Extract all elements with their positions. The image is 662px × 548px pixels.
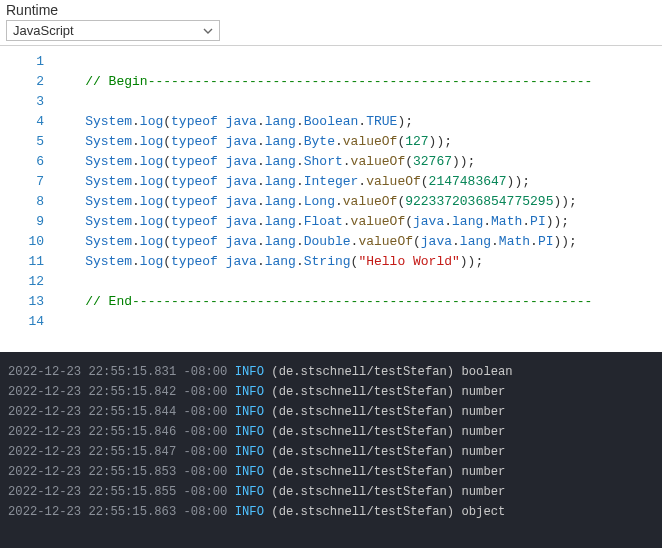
line-number: 7 bbox=[0, 172, 44, 192]
line-number: 12 bbox=[0, 272, 44, 292]
console-level: INFO bbox=[235, 505, 264, 519]
code-line[interactable] bbox=[54, 312, 662, 332]
console-source: (de.stschnell/testStefan) bbox=[264, 405, 461, 419]
line-number: 4 bbox=[0, 112, 44, 132]
console-source: (de.stschnell/testStefan) bbox=[264, 465, 461, 479]
console-message: number bbox=[461, 405, 505, 419]
console-level: INFO bbox=[235, 425, 264, 439]
code-line[interactable]: System.log(typeof java.lang.Float.valueO… bbox=[54, 212, 662, 232]
line-number: 2 bbox=[0, 72, 44, 92]
line-number: 8 bbox=[0, 192, 44, 212]
console-message: number bbox=[461, 385, 505, 399]
runtime-label: Runtime bbox=[6, 2, 656, 18]
code-line[interactable] bbox=[54, 272, 662, 292]
code-line[interactable]: System.log(typeof java.lang.Integer.valu… bbox=[54, 172, 662, 192]
console-line: 2022-12-23 22:55:15.844 -08:00 INFO (de.… bbox=[8, 402, 654, 422]
console-line: 2022-12-23 22:55:15.842 -08:00 INFO (de.… bbox=[8, 382, 654, 402]
console-level: INFO bbox=[235, 405, 264, 419]
code-line[interactable]: System.log(typeof java.lang.Double.value… bbox=[54, 232, 662, 252]
line-number: 3 bbox=[0, 92, 44, 112]
code-line[interactable]: // End----------------------------------… bbox=[54, 292, 662, 312]
console-line: 2022-12-23 22:55:15.855 -08:00 INFO (de.… bbox=[8, 482, 654, 502]
runtime-header: Runtime JavaScript bbox=[0, 0, 662, 46]
console-source: (de.stschnell/testStefan) bbox=[264, 365, 461, 379]
line-number: 14 bbox=[0, 312, 44, 332]
console-level: INFO bbox=[235, 485, 264, 499]
line-number: 10 bbox=[0, 232, 44, 252]
code-editor[interactable]: 1234567891011121314 // Begin------------… bbox=[0, 46, 662, 332]
console-timestamp: 2022-12-23 22:55:15.847 -08:00 bbox=[8, 445, 235, 459]
line-number: 5 bbox=[0, 132, 44, 152]
console-timestamp: 2022-12-23 22:55:15.842 -08:00 bbox=[8, 385, 235, 399]
runtime-dropdown[interactable]: JavaScript bbox=[6, 20, 220, 41]
console-message: number bbox=[461, 425, 505, 439]
console-source: (de.stschnell/testStefan) bbox=[264, 425, 461, 439]
console-source: (de.stschnell/testStefan) bbox=[264, 445, 461, 459]
code-area[interactable]: // Begin--------------------------------… bbox=[54, 52, 662, 332]
console-level: INFO bbox=[235, 465, 264, 479]
console-line: 2022-12-23 22:55:15.831 -08:00 INFO (de.… bbox=[8, 362, 654, 382]
code-line[interactable] bbox=[54, 52, 662, 72]
line-number: 11 bbox=[0, 252, 44, 272]
console-message: number bbox=[461, 445, 505, 459]
console-timestamp: 2022-12-23 22:55:15.844 -08:00 bbox=[8, 405, 235, 419]
console-line: 2022-12-23 22:55:15.847 -08:00 INFO (de.… bbox=[8, 442, 654, 462]
chevron-down-icon bbox=[203, 26, 213, 36]
line-number: 9 bbox=[0, 212, 44, 232]
line-number: 6 bbox=[0, 152, 44, 172]
console-message: object bbox=[461, 505, 505, 519]
console-line: 2022-12-23 22:55:15.846 -08:00 INFO (de.… bbox=[8, 422, 654, 442]
console-level: INFO bbox=[235, 365, 264, 379]
console-source: (de.stschnell/testStefan) bbox=[264, 385, 461, 399]
console-source: (de.stschnell/testStefan) bbox=[264, 485, 461, 499]
console-line: 2022-12-23 22:55:15.863 -08:00 INFO (de.… bbox=[8, 502, 654, 522]
output-console: 2022-12-23 22:55:15.831 -08:00 INFO (de.… bbox=[0, 352, 662, 548]
code-line[interactable]: System.log(typeof java.lang.Short.valueO… bbox=[54, 152, 662, 172]
console-message: number bbox=[461, 485, 505, 499]
code-line[interactable]: System.log(typeof java.lang.Byte.valueOf… bbox=[54, 132, 662, 152]
console-source: (de.stschnell/testStefan) bbox=[264, 505, 461, 519]
code-line[interactable]: System.log(typeof java.lang.String("Hell… bbox=[54, 252, 662, 272]
code-line[interactable] bbox=[54, 92, 662, 112]
console-line: 2022-12-23 22:55:15.853 -08:00 INFO (de.… bbox=[8, 462, 654, 482]
console-timestamp: 2022-12-23 22:55:15.831 -08:00 bbox=[8, 365, 235, 379]
console-timestamp: 2022-12-23 22:55:15.855 -08:00 bbox=[8, 485, 235, 499]
line-number: 1 bbox=[0, 52, 44, 72]
console-message: boolean bbox=[461, 365, 512, 379]
code-line[interactable]: System.log(typeof java.lang.Boolean.TRUE… bbox=[54, 112, 662, 132]
console-timestamp: 2022-12-23 22:55:15.846 -08:00 bbox=[8, 425, 235, 439]
runtime-dropdown-value: JavaScript bbox=[13, 23, 74, 38]
console-level: INFO bbox=[235, 445, 264, 459]
code-line[interactable]: // Begin--------------------------------… bbox=[54, 72, 662, 92]
line-gutter: 1234567891011121314 bbox=[0, 52, 54, 332]
line-number: 13 bbox=[0, 292, 44, 312]
code-line[interactable]: System.log(typeof java.lang.Long.valueOf… bbox=[54, 192, 662, 212]
console-level: INFO bbox=[235, 385, 264, 399]
console-timestamp: 2022-12-23 22:55:15.853 -08:00 bbox=[8, 465, 235, 479]
console-timestamp: 2022-12-23 22:55:15.863 -08:00 bbox=[8, 505, 235, 519]
console-message: number bbox=[461, 465, 505, 479]
